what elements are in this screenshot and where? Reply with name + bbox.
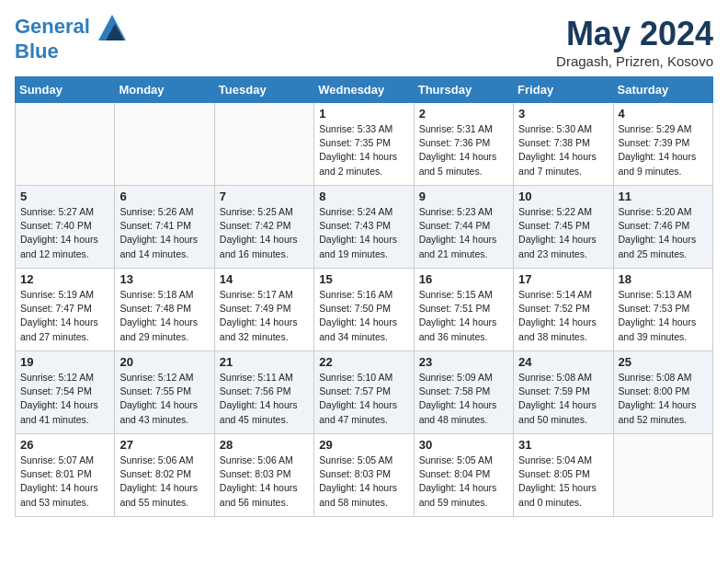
logo-text: General: [15, 15, 126, 40]
day-number: 19: [20, 355, 109, 369]
day-info: Sunrise: 5:24 AM Sunset: 7:43 PM Dayligh…: [319, 205, 408, 261]
day-info: Sunrise: 5:33 AM Sunset: 7:35 PM Dayligh…: [319, 122, 408, 178]
calendar-cell: 1Sunrise: 5:33 AM Sunset: 7:35 PM Daylig…: [314, 103, 414, 186]
calendar-cell: 19Sunrise: 5:12 AM Sunset: 7:54 PM Dayli…: [16, 351, 115, 434]
day-info: Sunrise: 5:16 AM Sunset: 7:50 PM Dayligh…: [319, 288, 408, 344]
day-info: Sunrise: 5:07 AM Sunset: 8:01 PM Dayligh…: [20, 454, 109, 510]
day-info: Sunrise: 5:25 AM Sunset: 7:42 PM Dayligh…: [220, 205, 309, 261]
calendar-cell: 10Sunrise: 5:22 AM Sunset: 7:45 PM Dayli…: [514, 186, 613, 269]
day-number: 6: [119, 190, 209, 203]
weekday-header-wednesday: Wednesday: [314, 77, 414, 103]
day-number: 1: [319, 107, 408, 121]
day-info: Sunrise: 5:27 AM Sunset: 7:40 PM Dayligh…: [20, 205, 109, 261]
calendar-cell: 16Sunrise: 5:15 AM Sunset: 7:51 PM Dayli…: [414, 269, 513, 351]
day-info: Sunrise: 5:08 AM Sunset: 7:59 PM Dayligh…: [518, 371, 608, 427]
day-info: Sunrise: 5:17 AM Sunset: 7:49 PM Dayligh…: [220, 288, 309, 344]
day-number: 26: [20, 438, 109, 452]
weekday-header-thursday: Thursday: [414, 77, 513, 103]
day-number: 12: [20, 272, 109, 286]
weekday-header-friday: Friday: [514, 77, 613, 103]
location-subtitle: Dragash, Prizren, Kosovo: [556, 53, 713, 69]
calendar-cell: 15Sunrise: 5:16 AM Sunset: 7:50 PM Dayli…: [314, 269, 414, 351]
day-info: Sunrise: 5:15 AM Sunset: 7:51 PM Dayligh…: [419, 288, 508, 344]
day-info: Sunrise: 5:06 AM Sunset: 8:02 PM Dayligh…: [119, 454, 209, 510]
calendar-cell: [115, 103, 214, 186]
title-block: May 2024 Dragash, Prizren, Kosovo: [556, 15, 713, 69]
calendar-cell: 4Sunrise: 5:29 AM Sunset: 7:39 PM Daylig…: [613, 103, 712, 186]
day-number: 24: [518, 355, 608, 369]
day-info: Sunrise: 5:20 AM Sunset: 7:46 PM Dayligh…: [619, 205, 708, 261]
day-info: Sunrise: 5:05 AM Sunset: 8:03 PM Dayligh…: [319, 454, 408, 510]
day-info: Sunrise: 5:12 AM Sunset: 7:55 PM Dayligh…: [119, 371, 209, 427]
day-info: Sunrise: 5:23 AM Sunset: 7:44 PM Dayligh…: [419, 205, 508, 261]
calendar-cell: 29Sunrise: 5:05 AM Sunset: 8:03 PM Dayli…: [314, 434, 414, 517]
day-info: Sunrise: 5:22 AM Sunset: 7:45 PM Dayligh…: [518, 205, 608, 261]
calendar-cell: 8Sunrise: 5:24 AM Sunset: 7:43 PM Daylig…: [314, 186, 414, 269]
calendar-table: SundayMondayTuesdayWednesdayThursdayFrid…: [15, 76, 713, 517]
calendar-cell: 18Sunrise: 5:13 AM Sunset: 7:53 PM Dayli…: [613, 269, 712, 351]
calendar-cell: [214, 103, 313, 186]
logo-icon: [98, 15, 126, 40]
day-number: 16: [419, 272, 508, 286]
calendar-cell: 9Sunrise: 5:23 AM Sunset: 7:44 PM Daylig…: [414, 186, 513, 269]
day-number: 30: [419, 438, 508, 452]
day-number: 5: [20, 190, 109, 203]
day-info: Sunrise: 5:06 AM Sunset: 8:03 PM Dayligh…: [220, 454, 309, 510]
calendar-cell: 11Sunrise: 5:20 AM Sunset: 7:46 PM Dayli…: [613, 186, 712, 269]
day-info: Sunrise: 5:19 AM Sunset: 7:47 PM Dayligh…: [20, 288, 109, 344]
day-number: 17: [518, 272, 608, 286]
calendar-cell: 21Sunrise: 5:11 AM Sunset: 7:56 PM Dayli…: [214, 351, 313, 434]
calendar-cell: 5Sunrise: 5:27 AM Sunset: 7:40 PM Daylig…: [16, 186, 115, 269]
calendar-cell: 14Sunrise: 5:17 AM Sunset: 7:49 PM Dayli…: [214, 269, 313, 351]
day-number: 18: [619, 272, 708, 286]
calendar-cell: 12Sunrise: 5:19 AM Sunset: 7:47 PM Dayli…: [16, 269, 115, 351]
day-info: Sunrise: 5:18 AM Sunset: 7:48 PM Dayligh…: [119, 288, 209, 344]
calendar-cell: 25Sunrise: 5:08 AM Sunset: 8:00 PM Dayli…: [613, 351, 712, 434]
month-title: May 2024: [556, 15, 713, 53]
day-number: 29: [319, 438, 408, 452]
day-number: 23: [419, 355, 508, 369]
day-info: Sunrise: 5:10 AM Sunset: 7:57 PM Dayligh…: [319, 371, 408, 427]
calendar-cell: 27Sunrise: 5:06 AM Sunset: 8:02 PM Dayli…: [115, 434, 214, 517]
week-row-4: 19Sunrise: 5:12 AM Sunset: 7:54 PM Dayli…: [16, 351, 713, 434]
day-number: 31: [518, 438, 608, 452]
day-number: 20: [119, 355, 209, 369]
day-number: 11: [619, 190, 708, 203]
calendar-cell: 13Sunrise: 5:18 AM Sunset: 7:48 PM Dayli…: [115, 269, 214, 351]
weekday-header-row: SundayMondayTuesdayWednesdayThursdayFrid…: [16, 77, 713, 103]
day-number: 22: [319, 355, 408, 369]
calendar-cell: 24Sunrise: 5:08 AM Sunset: 7:59 PM Dayli…: [514, 351, 613, 434]
calendar-cell: 31Sunrise: 5:04 AM Sunset: 8:05 PM Dayli…: [514, 434, 613, 517]
day-info: Sunrise: 5:29 AM Sunset: 7:39 PM Dayligh…: [619, 122, 708, 178]
day-number: 4: [619, 107, 708, 121]
calendar-cell: 22Sunrise: 5:10 AM Sunset: 7:57 PM Dayli…: [314, 351, 414, 434]
weekday-header-monday: Monday: [115, 77, 214, 103]
calendar-cell: 3Sunrise: 5:30 AM Sunset: 7:38 PM Daylig…: [514, 103, 613, 186]
day-number: 7: [220, 190, 309, 203]
day-number: 28: [220, 438, 309, 452]
day-number: 27: [119, 438, 209, 452]
day-number: 2: [419, 107, 508, 121]
day-number: 8: [319, 190, 408, 203]
day-info: Sunrise: 5:30 AM Sunset: 7:38 PM Dayligh…: [518, 122, 608, 178]
day-number: 15: [319, 272, 408, 286]
calendar-cell: [16, 103, 115, 186]
day-info: Sunrise: 5:08 AM Sunset: 8:00 PM Dayligh…: [619, 371, 708, 427]
calendar-cell: 6Sunrise: 5:26 AM Sunset: 7:41 PM Daylig…: [115, 186, 214, 269]
day-number: 14: [220, 272, 309, 286]
calendar-cell: 20Sunrise: 5:12 AM Sunset: 7:55 PM Dayli…: [115, 351, 214, 434]
calendar-cell: 30Sunrise: 5:05 AM Sunset: 8:04 PM Dayli…: [414, 434, 513, 517]
calendar-cell: 7Sunrise: 5:25 AM Sunset: 7:42 PM Daylig…: [214, 186, 313, 269]
day-info: Sunrise: 5:09 AM Sunset: 7:58 PM Dayligh…: [419, 371, 508, 427]
calendar-cell: 26Sunrise: 5:07 AM Sunset: 8:01 PM Dayli…: [16, 434, 115, 517]
weekday-header-saturday: Saturday: [613, 77, 712, 103]
page-header: General Blue May 2024 Dragash, Prizren, …: [15, 15, 713, 69]
calendar-cell: 2Sunrise: 5:31 AM Sunset: 7:36 PM Daylig…: [414, 103, 513, 186]
calendar-cell: 23Sunrise: 5:09 AM Sunset: 7:58 PM Dayli…: [414, 351, 513, 434]
day-info: Sunrise: 5:04 AM Sunset: 8:05 PM Dayligh…: [518, 454, 608, 510]
logo: General Blue: [15, 15, 126, 63]
weekday-header-sunday: Sunday: [16, 77, 115, 103]
day-number: 10: [518, 190, 608, 203]
week-row-2: 5Sunrise: 5:27 AM Sunset: 7:40 PM Daylig…: [16, 186, 713, 269]
calendar-cell: 28Sunrise: 5:06 AM Sunset: 8:03 PM Dayli…: [214, 434, 313, 517]
